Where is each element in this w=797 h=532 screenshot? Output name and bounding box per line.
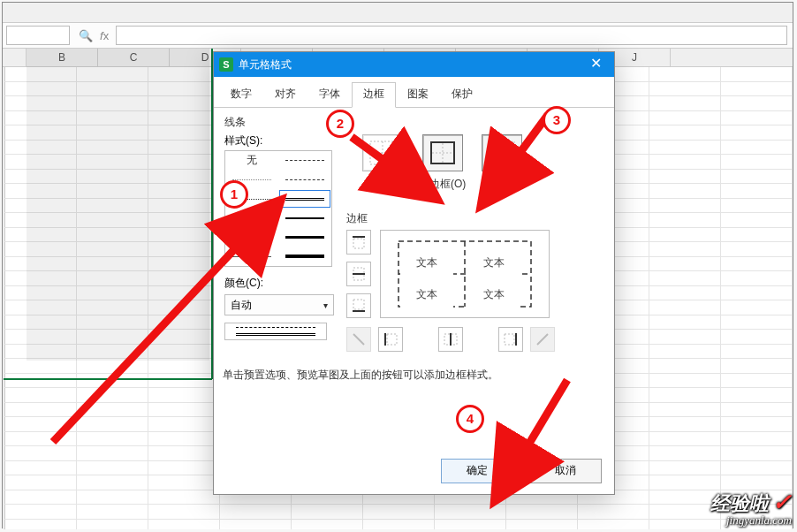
cell[interactable] [721, 374, 793, 389]
cell[interactable] [77, 432, 148, 447]
sheet-row[interactable] [3, 505, 793, 520]
cell[interactable] [5, 141, 77, 156]
cell[interactable] [5, 257, 77, 272]
cell[interactable] [649, 461, 721, 476]
cell[interactable] [363, 505, 435, 520]
cell[interactable] [721, 125, 793, 141]
cell[interactable] [220, 505, 292, 520]
cell[interactable] [5, 359, 77, 374]
cell[interactable] [721, 184, 793, 199]
cell[interactable] [148, 446, 220, 461]
cell[interactable] [721, 359, 793, 374]
cell[interactable] [721, 228, 793, 243]
cell[interactable] [649, 403, 721, 418]
formula-input[interactable] [116, 26, 787, 45]
cell[interactable] [77, 111, 148, 126]
col-header[interactable]: B [27, 49, 98, 66]
border-right-button[interactable] [498, 327, 523, 352]
cell[interactable] [721, 432, 793, 447]
cell[interactable] [649, 330, 721, 345]
line-style-option[interactable] [278, 209, 331, 228]
cell[interactable] [77, 345, 148, 360]
dialog-titlebar[interactable]: S 单元格格式 ✕ [214, 52, 614, 77]
cell[interactable] [77, 228, 148, 243]
cell[interactable] [148, 111, 220, 126]
cell[interactable] [148, 82, 220, 97]
cell[interactable] [77, 286, 148, 301]
insert-function-icon[interactable]: 🔍 [79, 29, 93, 42]
name-box[interactable] [6, 26, 70, 45]
cell[interactable] [77, 388, 148, 403]
cell[interactable] [5, 184, 77, 199]
cell[interactable] [649, 155, 721, 170]
cell[interactable] [5, 388, 77, 403]
line-style-option[interactable] [225, 209, 278, 228]
cell[interactable] [77, 170, 148, 185]
cell[interactable] [5, 286, 77, 301]
cell[interactable] [649, 199, 721, 214]
cell[interactable] [649, 96, 721, 111]
cell[interactable] [5, 403, 77, 418]
cell[interactable] [721, 330, 793, 345]
cell[interactable] [721, 257, 793, 272]
cell[interactable] [77, 446, 148, 461]
cell[interactable] [649, 125, 721, 141]
cell[interactable] [148, 461, 220, 476]
cell[interactable] [77, 67, 148, 82]
cell[interactable] [578, 505, 649, 520]
cell[interactable] [77, 417, 148, 432]
cell[interactable] [148, 286, 220, 301]
preset-inside[interactable]: 内部(I) [482, 134, 522, 192]
cell[interactable] [721, 315, 793, 331]
cell[interactable] [148, 184, 220, 199]
cell[interactable] [148, 403, 220, 418]
cell[interactable] [5, 111, 77, 126]
cell[interactable] [649, 271, 721, 286]
line-style-option[interactable] [278, 228, 331, 247]
cell[interactable] [77, 315, 148, 331]
cell[interactable] [649, 315, 721, 331]
cell[interactable] [649, 417, 721, 432]
line-style-option[interactable] [225, 189, 278, 209]
cell[interactable] [5, 96, 77, 111]
tab-align[interactable]: 对齐 [263, 82, 307, 108]
cell[interactable] [77, 257, 148, 272]
cell[interactable] [649, 300, 721, 315]
cell[interactable] [148, 432, 220, 447]
cell[interactable] [435, 520, 506, 530]
cell[interactable] [77, 242, 148, 257]
cell[interactable] [649, 184, 721, 199]
cell[interactable] [721, 199, 793, 214]
cell[interactable] [77, 184, 148, 199]
cell[interactable] [77, 359, 148, 374]
cell[interactable] [721, 446, 793, 461]
border-top-button[interactable] [346, 230, 371, 255]
cell[interactable] [148, 505, 220, 520]
cell[interactable] [77, 271, 148, 286]
tab-pattern[interactable]: 图案 [396, 82, 440, 108]
cell[interactable] [5, 155, 77, 170]
close-button[interactable]: ✕ [582, 55, 609, 74]
cell[interactable] [649, 446, 721, 461]
cell[interactable] [5, 446, 77, 461]
cell[interactable] [148, 388, 220, 403]
cell[interactable] [721, 155, 793, 170]
tab-number[interactable]: 数字 [219, 82, 263, 108]
cell[interactable] [721, 300, 793, 315]
cell[interactable] [148, 228, 220, 243]
line-style-list[interactable]: 无 [224, 150, 332, 267]
cell[interactable] [5, 490, 77, 505]
cell[interactable] [5, 300, 77, 315]
col-header[interactable]: C [98, 49, 170, 66]
cell[interactable] [578, 520, 649, 530]
cell[interactable] [148, 490, 220, 505]
cell[interactable] [649, 141, 721, 156]
cell[interactable] [5, 374, 77, 389]
cell[interactable] [148, 330, 220, 345]
cell[interactable] [506, 505, 578, 520]
cell[interactable] [649, 374, 721, 389]
ok-button[interactable]: 确定 [441, 459, 513, 483]
cell[interactable] [649, 257, 721, 272]
cell[interactable] [148, 155, 220, 170]
cell[interactable] [77, 155, 148, 170]
